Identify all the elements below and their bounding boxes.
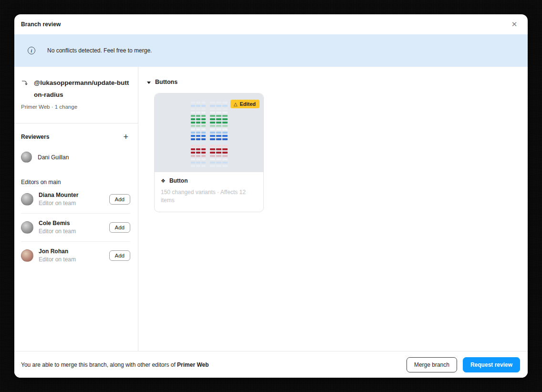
add-editor-button[interactable]: Add: [109, 250, 130, 261]
merge-message-text: You are able to merge this branch, along…: [21, 361, 177, 368]
section-header-buttons[interactable]: Buttons: [147, 79, 528, 85]
avatar: [21, 152, 32, 163]
editor-role: Editor on team: [39, 256, 76, 263]
editor-row: Cole Bemis Editor on team Add: [21, 214, 130, 241]
branch-name: @lukasoppermann/update-button-radius: [34, 77, 130, 101]
editor-name: Cole Bemis: [39, 220, 76, 227]
merge-branch-button[interactable]: Merge branch: [406, 357, 457, 372]
project-name: Primer Web: [177, 361, 208, 368]
section-label: Buttons: [155, 79, 177, 85]
component-change-summary: 150 changed variants · Affects 12 items: [161, 188, 249, 205]
close-icon[interactable]: ✕: [509, 19, 520, 30]
editors-on-main-label: Editors on main: [21, 179, 130, 186]
avatar: [21, 249, 33, 262]
editor-name: Diana Mounter: [39, 192, 78, 198]
branch-row: @lukasoppermann/update-button-radius: [21, 77, 130, 101]
warning-triangle-icon: △: [234, 102, 238, 107]
request-review-button[interactable]: Request review: [463, 357, 520, 372]
editor-row: Jon Rohan Editor on team Add: [21, 242, 130, 269]
main-panel: Buttons △ Edited ❖ Button 150 changed va…: [138, 67, 528, 351]
component-card-button[interactable]: △ Edited ❖ Button 150 changed variants ·…: [154, 93, 264, 212]
card-body: ❖ Button 150 changed variants · Affects …: [155, 172, 263, 212]
reviewer-item: Dani Guillan: [21, 152, 130, 163]
thumbnail-grid: [191, 102, 228, 167]
add-reviewer-icon[interactable]: +: [121, 132, 130, 142]
branch-icon: [21, 79, 30, 101]
chevron-down-icon: [147, 82, 151, 84]
dialog-title: Branch review: [21, 21, 61, 28]
sidebar: @lukasoppermann/update-button-radius Pri…: [14, 67, 138, 351]
add-editor-button[interactable]: Add: [109, 194, 130, 205]
avatar: [21, 221, 33, 234]
editor-role: Editor on team: [39, 200, 78, 206]
no-conflicts-banner: i No conflicts detected. Feel free to me…: [14, 34, 528, 67]
info-icon: i: [28, 47, 35, 54]
add-editor-button[interactable]: Add: [109, 222, 130, 233]
dialog-titlebar: Branch review ✕: [14, 14, 528, 34]
branch-meta: Primer Web · 1 change: [21, 104, 130, 110]
component-icon: ❖: [161, 178, 166, 184]
editor-role: Editor on team: [39, 228, 76, 235]
editor-name: Jon Rohan: [39, 248, 76, 255]
branch-review-dialog: Branch review ✕ i No conflicts detected.…: [14, 14, 528, 378]
avatar: [21, 193, 33, 206]
dialog-footer: You are able to merge this branch, along…: [14, 351, 528, 378]
reviewers-label: Reviewers: [21, 134, 49, 140]
banner-text: No conflicts detected. Feel free to merg…: [47, 47, 152, 54]
editor-row: Diana Mounter Editor on team Add: [21, 186, 130, 213]
component-name: Button: [169, 177, 188, 184]
dialog-body: @lukasoppermann/update-button-radius Pri…: [14, 67, 528, 351]
component-thumbnail: △ Edited: [155, 93, 263, 172]
reviewers-header: Reviewers +: [21, 132, 130, 142]
edited-badge-label: Edited: [240, 101, 256, 107]
edited-badge: △ Edited: [230, 100, 260, 108]
reviewer-name: Dani Guillan: [38, 154, 69, 161]
merge-permission-message: You are able to merge this branch, along…: [21, 361, 209, 368]
